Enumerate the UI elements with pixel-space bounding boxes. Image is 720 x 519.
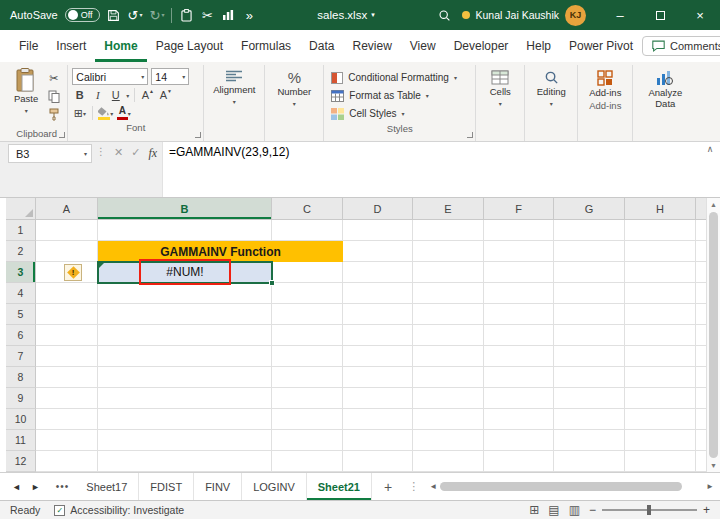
- cell-A11[interactable]: [36, 430, 98, 451]
- scroll-left-icon[interactable]: ◄: [429, 482, 437, 491]
- cell-B7[interactable]: [98, 346, 272, 367]
- bold-button[interactable]: B: [72, 87, 87, 103]
- editing-button[interactable]: Editing ▾: [529, 66, 573, 107]
- paste-button[interactable]: Paste ▾: [10, 66, 42, 127]
- comments-button[interactable]: Comments: [642, 36, 720, 56]
- cell-A7[interactable]: [36, 346, 98, 367]
- row-header-5[interactable]: 5: [6, 304, 36, 325]
- sheet-tab-sheet17[interactable]: Sheet17: [75, 473, 139, 500]
- scroll-down-icon[interactable]: ▼: [710, 459, 717, 472]
- row-header-4[interactable]: 4: [6, 283, 36, 304]
- formula-input[interactable]: =GAMMAINV(23,9,12): [162, 142, 700, 197]
- cell-D4[interactable]: [343, 283, 413, 304]
- sheet-list-ellipsis[interactable]: •••: [50, 473, 76, 500]
- cell-G11[interactable]: [554, 430, 625, 451]
- cell-C9[interactable]: [272, 388, 343, 409]
- cut-icon[interactable]: ✂: [200, 4, 214, 26]
- addins-button[interactable]: Add-ins: [582, 66, 628, 99]
- copy-button[interactable]: [46, 88, 61, 104]
- cell-D11[interactable]: [343, 430, 413, 451]
- cell-E8[interactable]: [413, 367, 484, 388]
- menu-item-review[interactable]: Review: [343, 30, 400, 62]
- column-header-E[interactable]: E: [413, 198, 484, 220]
- cell-A8[interactable]: [36, 367, 98, 388]
- row-header-12[interactable]: 12: [6, 451, 36, 472]
- font-name-combobox[interactable]: Calibri ▾: [72, 68, 148, 85]
- cell-C6[interactable]: [272, 325, 343, 346]
- cell-D9[interactable]: [343, 388, 413, 409]
- cell-E6[interactable]: [413, 325, 484, 346]
- format-as-table-button[interactable]: Format as Table ▾: [328, 87, 471, 104]
- menu-item-page-layout[interactable]: Page Layout: [147, 30, 232, 62]
- zoom-out-button[interactable]: −: [589, 503, 596, 517]
- cell-B9[interactable]: [98, 388, 272, 409]
- cell-E4[interactable]: [413, 283, 484, 304]
- row-header-6[interactable]: 6: [6, 325, 36, 346]
- save-icon[interactable]: [107, 4, 121, 26]
- cells-button[interactable]: Cells ▾: [480, 66, 520, 107]
- cell-A1[interactable]: [36, 220, 98, 241]
- styles-dialog-launcher-icon[interactable]: [467, 132, 473, 138]
- minimize-button[interactable]: –: [600, 0, 640, 30]
- cell-A4[interactable]: [36, 283, 98, 304]
- cell-H5[interactable]: [625, 304, 696, 325]
- menu-item-data[interactable]: Data: [300, 30, 343, 62]
- cell-C10[interactable]: [272, 409, 343, 430]
- cell-H4[interactable]: [625, 283, 696, 304]
- cell-G12[interactable]: [554, 451, 625, 472]
- cell-G8[interactable]: [554, 367, 625, 388]
- collapse-formula-bar-button[interactable]: ∧: [700, 142, 720, 197]
- page-break-view-icon[interactable]: ▥: [569, 504, 580, 516]
- user-account[interactable]: Kunal Jai Kaushik KJ: [462, 5, 586, 26]
- menu-item-help[interactable]: Help: [517, 30, 560, 62]
- vertical-scrollbar[interactable]: ▲ ▼: [706, 198, 720, 472]
- cell-A5[interactable]: [36, 304, 98, 325]
- cell-E11[interactable]: [413, 430, 484, 451]
- cell-G7[interactable]: [554, 346, 625, 367]
- next-sheet-icon[interactable]: ►: [31, 482, 40, 492]
- autosave-toggle[interactable]: Off: [65, 8, 100, 22]
- analyze-data-button[interactable]: Analyze Data: [637, 66, 693, 110]
- enter-button[interactable]: ✓: [131, 146, 140, 159]
- cell-E7[interactable]: [413, 346, 484, 367]
- column-header-F[interactable]: F: [484, 198, 554, 220]
- cell-D3[interactable]: [343, 262, 413, 283]
- horizontal-scroll-thumb[interactable]: [440, 482, 682, 491]
- row-header-9[interactable]: 9: [6, 388, 36, 409]
- cell-B4[interactable]: [98, 283, 272, 304]
- cell-H12[interactable]: [625, 451, 696, 472]
- cell-D10[interactable]: [343, 409, 413, 430]
- number-button[interactable]: % Number ▾: [269, 66, 319, 107]
- cell-E5[interactable]: [413, 304, 484, 325]
- cell-H8[interactable]: [625, 367, 696, 388]
- cell-E9[interactable]: [413, 388, 484, 409]
- cell-D7[interactable]: [343, 346, 413, 367]
- cell-B12[interactable]: [98, 451, 272, 472]
- zoom-slider-thumb[interactable]: [647, 505, 651, 515]
- underline-button[interactable]: U: [108, 87, 123, 103]
- avatar[interactable]: KJ: [565, 5, 586, 26]
- font-color-button[interactable]: A ▾: [116, 105, 131, 121]
- cell-C8[interactable]: [272, 367, 343, 388]
- cell-B6[interactable]: [98, 325, 272, 346]
- cell-E12[interactable]: [413, 451, 484, 472]
- zoom-slider[interactable]: [602, 509, 697, 511]
- cell-E10[interactable]: [413, 409, 484, 430]
- cell-F8[interactable]: [484, 367, 554, 388]
- cell-G6[interactable]: [554, 325, 625, 346]
- page-layout-view-icon[interactable]: ▤: [548, 504, 559, 516]
- name-box[interactable]: B3 ▾: [8, 144, 92, 163]
- column-header-A[interactable]: A: [36, 198, 98, 220]
- increase-font-size-button[interactable]: A▲: [140, 87, 155, 103]
- clipboard-dialog-launcher-icon[interactable]: [59, 132, 65, 138]
- fill-color-button[interactable]: ▾: [98, 105, 113, 121]
- cell-styles-button[interactable]: Cell Styles ▾: [328, 105, 471, 122]
- cell-C3[interactable]: [272, 262, 343, 283]
- fill-handle[interactable]: [269, 280, 275, 286]
- cell-F12[interactable]: [484, 451, 554, 472]
- cell-H7[interactable]: [625, 346, 696, 367]
- cancel-button[interactable]: ✕: [114, 146, 123, 159]
- row-header-3[interactable]: 3: [6, 262, 36, 283]
- select-all-corner[interactable]: [6, 198, 36, 220]
- toolbar-overflow-icon[interactable]: »: [242, 4, 256, 26]
